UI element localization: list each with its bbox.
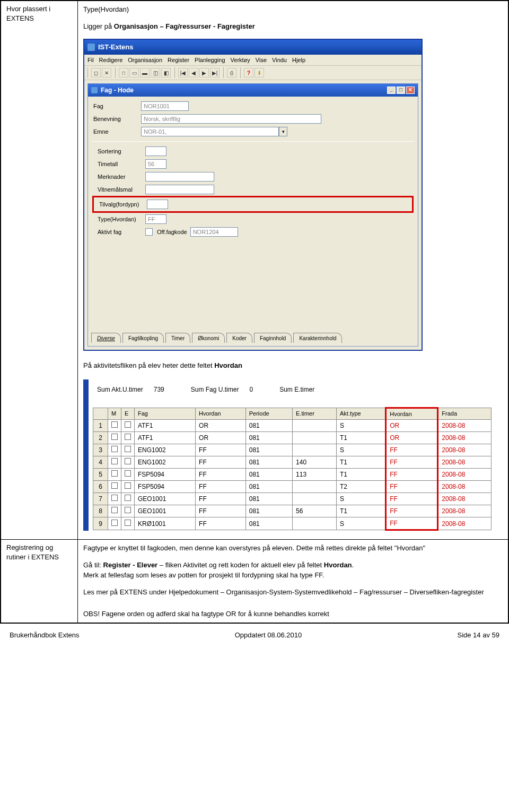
input-emne[interactable] [141,127,279,136]
tb-y-icon[interactable]: ◧ [161,68,171,77]
cell-etimer [293,444,337,456]
input-benevning[interactable] [141,114,321,124]
lbl-aktivt: Aktivt fag [98,228,145,237]
tb-db-icon[interactable]: ◫ [151,68,160,77]
cell-fag: GEO1001 [135,505,196,517]
cell-hvordan2: FF [386,481,438,493]
tab-fagtilkopling[interactable]: Fagtilkopling [122,333,164,343]
input-offfagkode[interactable] [190,227,238,237]
table-row[interactable]: 5FSP5094FF081113T1FF2008-08 [93,469,492,481]
tb-open-icon[interactable]: ▭ [129,68,139,77]
menu-planlegging[interactable]: Planlegging [195,56,225,65]
menu-register[interactable]: Register [168,56,189,65]
chk-aktivt[interactable] [145,228,153,236]
menu-fil[interactable]: Fil [87,56,94,65]
tb-first-icon[interactable]: |◀ [178,68,188,77]
menu-organisasjon[interactable]: Organisasjon [128,56,162,65]
chk-m[interactable] [108,517,121,530]
cell-etimer: 140 [293,456,337,469]
row2-p2-post: . [352,561,354,569]
input-fag[interactable] [141,101,189,111]
table-row[interactable]: 1ATF1OR081SOR2008-08 [93,420,492,432]
table-row[interactable]: 8GEO1001FF08156T1FF2008-08 [93,505,492,517]
cell-periode: 081 [245,481,292,493]
chk-e[interactable] [121,469,135,481]
cell-etimer [293,493,337,505]
chk-e[interactable] [121,505,135,517]
chk-m[interactable] [108,469,121,481]
chk-e[interactable] [121,444,135,456]
tab-okonomi[interactable]: Økonomi [192,333,225,343]
chk-e[interactable] [121,517,135,530]
aktiv-bold: Hvordan [214,361,242,369]
tb-save-icon[interactable]: ▬ [140,68,150,77]
tb-next-icon[interactable]: ▶ [199,68,209,77]
table-row[interactable]: 3ENG1002FF081SFF2008-08 [93,444,492,456]
maximize-icon[interactable]: □ [397,87,405,94]
lbl-emne: Emne [93,127,141,136]
tb-doc-icon[interactable]: ◻ [91,68,101,77]
cell-etimer [293,432,337,444]
row2-p5: OBS! Fagene orden og adferd skal ha fagt… [83,609,503,619]
chk-e[interactable] [121,420,135,432]
cell-frada: 2008-08 [438,469,492,481]
tb-new-icon[interactable]: □ [119,68,128,77]
tab-diverse[interactable]: Diverse [91,333,121,343]
tb-print-icon[interactable]: ⎙ [227,68,236,77]
cell-frada: 2008-08 [438,481,492,493]
input-typehvordan[interactable] [145,214,166,224]
table-row[interactable]: 4ENG1002FF081140T1FF2008-08 [93,456,492,469]
chk-m[interactable] [108,432,121,444]
table-row[interactable]: 6FSP5094FF081T2FF2008-08 [93,481,492,493]
chk-e[interactable] [121,456,135,469]
tab-koder[interactable]: Koder [226,333,252,343]
tb-prev-icon[interactable]: ◀ [189,68,198,77]
chk-m[interactable] [108,505,121,517]
cell-akttype: T1 [336,456,385,469]
tab-timer[interactable]: Timer [165,333,190,343]
chk-m[interactable] [108,420,121,432]
hdr-blank [93,408,108,420]
cell-hvordan2: OR [386,420,438,432]
chk-m[interactable] [108,493,121,505]
hdr-frada: Frada [438,408,492,420]
minimize-icon[interactable]: _ [387,87,396,94]
menu-verktoy[interactable]: Verktøy [231,56,250,65]
footer-right: Side 14 av 59 [457,631,499,639]
tb-close-icon[interactable]: ✕ [102,68,111,77]
input-sortering[interactable] [145,146,166,156]
close-icon[interactable]: ✕ [406,87,415,94]
menu-hjelp[interactable]: Hjelp [292,56,305,65]
footer-left: Brukerhåndbok Extens [10,631,80,639]
table-row[interactable]: 9KRØ1001FF081SFF2008-08 [93,517,492,530]
cell-etimer [293,420,337,432]
input-timetall[interactable] [145,159,166,169]
rownum: 1 [93,420,108,432]
chk-e[interactable] [121,432,135,444]
tb-last-icon[interactable]: ▶| [210,68,220,77]
dropdown-icon[interactable]: ▾ [279,127,287,136]
menu-vindu[interactable]: Vindu [272,56,287,65]
tab-faginnhold[interactable]: Faginnhold [254,333,292,343]
tb-warn-icon[interactable]: ⬇ [254,68,264,77]
menu-vise[interactable]: Vise [256,56,267,65]
cell-hvordan2: FF [386,493,438,505]
input-vitnemalsmal[interactable] [145,185,214,194]
table-row[interactable]: 7GEO1001FF081SFF2008-08 [93,493,492,505]
chk-m[interactable] [108,456,121,469]
chk-m[interactable] [108,481,121,493]
menu-redigere[interactable]: Redigere [99,56,123,65]
lbl-offfagkode: Off.fagkode [157,228,187,237]
chk-e[interactable] [121,481,135,493]
tab-karakterinnhold[interactable]: Karakterinnhold [293,333,342,343]
chk-e[interactable] [121,493,135,505]
cell-frada: 2008-08 [438,456,492,469]
cell-frada: 2008-08 [438,444,492,456]
chk-m[interactable] [108,444,121,456]
input-tilvalg[interactable] [147,200,168,209]
table-row[interactable]: 2ATF1OR081T1OR2008-08 [93,432,492,444]
input-merknader[interactable] [145,172,214,182]
lbl-tilvalg: Tilvalg(fordypn) [99,200,147,209]
tb-help-icon[interactable]: ? [244,68,253,77]
hdr-fag: Fag [135,408,196,420]
